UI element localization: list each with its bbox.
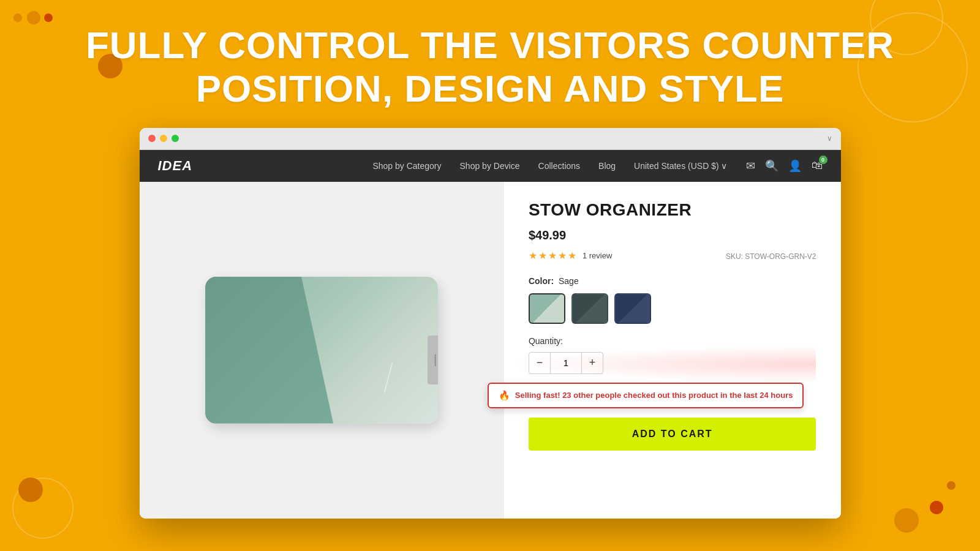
bag-detail xyxy=(384,362,393,392)
browser-dot-minimize[interactable] xyxy=(160,135,167,142)
decor-dot xyxy=(894,508,919,533)
browser-window: ∨ IDEA Shop by Category Shop by Device C… xyxy=(140,128,841,519)
store-navbar: IDEA Shop by Category Shop by Device Col… xyxy=(140,150,841,182)
headline-line1: FULLY CONTROL THE VISITORS COUNTER xyxy=(49,23,931,67)
cart-count: 0 xyxy=(819,156,827,164)
email-icon[interactable]: ✉ xyxy=(746,159,755,173)
decor-dot xyxy=(930,501,943,514)
nav-currency[interactable]: United States (USD $) ∨ xyxy=(634,161,727,171)
quantity-label: Quantity: xyxy=(529,336,816,346)
product-title: STOW ORGANIZER xyxy=(529,200,816,220)
decor-dot xyxy=(18,478,43,502)
color-swatch-navy[interactable] xyxy=(614,293,651,324)
cart-icon[interactable]: 🛍 0 xyxy=(812,159,823,172)
bag-diagonal xyxy=(205,277,333,424)
urgency-floating-text: Selling fast! 23 other people checked ou… xyxy=(515,391,793,400)
store-logo[interactable]: IDEA xyxy=(158,158,193,174)
quantity-value: 1 xyxy=(551,352,581,374)
browser-chevron: ∨ xyxy=(827,134,832,143)
review-count: 1 review xyxy=(582,251,612,260)
color-swatch-sage[interactable] xyxy=(529,293,565,324)
product-image: | xyxy=(193,258,450,442)
product-area: | STOW ORGANIZER $49.99 ★★★★★ 1 review S… xyxy=(140,182,841,519)
browser-dot-close[interactable] xyxy=(148,135,156,142)
decor-circle xyxy=(12,478,74,539)
headline-line2: POSITION, DESIGN AND STYLE xyxy=(49,67,931,110)
headline-section: FULLY CONTROL THE VISITORS COUNTER POSIT… xyxy=(0,0,980,128)
nav-shop-category[interactable]: Shop by Category xyxy=(372,161,441,171)
nav-right-icons: ✉ 🔍 👤 🛍 0 xyxy=(746,159,823,173)
sku-text: SKU: STOW-ORG-GRN-V2 xyxy=(726,252,816,261)
stars-sku-row: ★★★★★ 1 review SKU: STOW-ORG-GRN-V2 xyxy=(529,250,816,264)
nav-collections[interactable]: Collections xyxy=(538,161,580,171)
quantity-decrease-button[interactable]: − xyxy=(529,352,551,374)
nav-shop-device[interactable]: Shop by Device xyxy=(460,161,520,171)
browser-dot-maximize[interactable] xyxy=(172,135,179,142)
browser-titlebar: ∨ xyxy=(140,128,841,150)
quantity-control: − 1 + xyxy=(529,352,816,374)
product-details-section: STOW ORGANIZER $49.99 ★★★★★ 1 review SKU… xyxy=(504,182,841,519)
stars-row: ★★★★★ 1 review xyxy=(529,250,612,261)
color-swatches xyxy=(529,293,816,324)
account-icon[interactable]: 👤 xyxy=(788,159,802,173)
decor-dot xyxy=(947,481,956,490)
nav-links: Shop by Category Shop by Device Collecti… xyxy=(372,161,727,171)
color-swatch-charcoal[interactable] xyxy=(571,293,608,324)
star-rating: ★★★★★ xyxy=(529,250,578,261)
urgency-floating-badge: 🔥 Selling fast! 23 other people checked … xyxy=(488,383,804,408)
add-to-cart-button[interactable]: ADD TO CART xyxy=(529,418,816,451)
urgency-row-wrapper: − 1 + 🔥 Selling fast! 23 other people ch… xyxy=(529,352,816,379)
product-price: $49.99 xyxy=(529,228,816,242)
product-image-section: | xyxy=(140,182,504,519)
search-icon[interactable]: 🔍 xyxy=(765,159,778,173)
bag-image: | xyxy=(205,277,438,424)
color-label: Color: Sage xyxy=(529,276,816,286)
nav-blog[interactable]: Blog xyxy=(598,161,616,171)
fire-icon: 🔥 xyxy=(499,390,510,401)
quantity-increase-button[interactable]: + xyxy=(581,352,603,374)
bag-zipper: | xyxy=(428,335,438,384)
